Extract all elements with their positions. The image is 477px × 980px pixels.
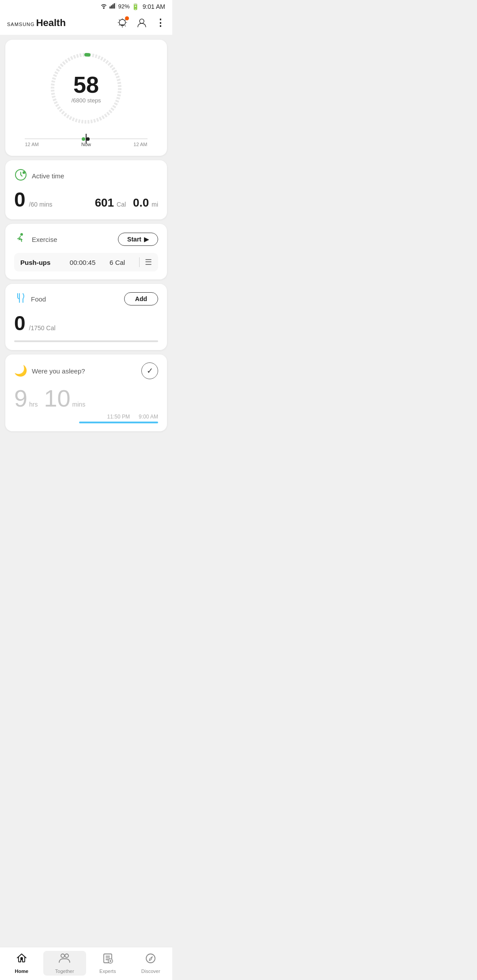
svg-rect-2 xyxy=(112,4,113,9)
battery-icon: 🔋 xyxy=(132,3,139,10)
sleep-end-time: 9:00 AM xyxy=(139,414,158,420)
wifi-icon xyxy=(100,3,108,10)
exercise-calories: 6 Cal xyxy=(110,259,125,266)
check-button[interactable]: ✓ xyxy=(141,362,158,379)
profile-button[interactable] xyxy=(136,17,148,29)
notification-dot xyxy=(125,16,129,20)
exercise-icon xyxy=(14,232,27,247)
active-time-title: Active time xyxy=(32,172,64,180)
food-goal-unit: /1750 Cal xyxy=(29,324,56,332)
svg-rect-0 xyxy=(110,7,110,9)
svg-rect-4 xyxy=(115,3,116,9)
svg-rect-3 xyxy=(114,3,114,8)
logo-health: Health xyxy=(36,17,66,29)
food-title: Food xyxy=(31,295,46,303)
exercise-row[interactable]: Push-ups 00:00:45 6 Cal ☰ xyxy=(14,253,158,271)
svg-point-11 xyxy=(20,233,23,236)
distance-unit: mi xyxy=(151,201,158,208)
steps-ring[interactable]: 58 /6800 steps xyxy=(46,49,126,128)
exercise-name: Push-ups xyxy=(20,259,56,266)
food-progress-bar xyxy=(14,340,158,342)
timeline-end: 12 AM xyxy=(133,142,147,147)
logo-samsung: SAMSUNG xyxy=(7,22,35,27)
sleep-question: Were you asleep? xyxy=(32,367,85,375)
sleep-start-time: 11:50 PM xyxy=(107,414,130,420)
sleep-mins-label: mins xyxy=(72,401,86,408)
exercise-list-icon[interactable]: ☰ xyxy=(139,257,152,267)
start-button[interactable]: Start ▶ xyxy=(118,233,158,246)
steps-card: 58 /6800 steps 12 AM Now 12 AM xyxy=(5,40,167,156)
signal-icon xyxy=(110,3,117,10)
active-time-unit: /60 mins xyxy=(29,201,53,208)
svg-rect-1 xyxy=(111,5,112,8)
sleep-hours: 9 xyxy=(14,384,27,412)
food-value: 0 xyxy=(14,311,26,335)
timeline: 12 AM Now 12 AM xyxy=(25,135,147,149)
app-logo: SAMSUNG Health xyxy=(7,17,66,29)
svg-point-10 xyxy=(23,171,25,174)
timeline-start: 12 AM xyxy=(25,142,38,147)
exercise-card: Exercise Start ▶ Push-ups 00:00:45 6 Cal… xyxy=(5,224,167,279)
more-options-button[interactable]: ⋮ xyxy=(155,17,165,29)
food-card: Food Add 0 /1750 Cal xyxy=(5,284,167,350)
active-time-card[interactable]: Active time 0 /60 mins 601 Cal 0.0 mi xyxy=(5,160,167,219)
sleep-bar xyxy=(79,422,158,423)
calories-unit: Cal xyxy=(117,201,126,208)
steps-count: 58 xyxy=(71,73,101,96)
app-header: SAMSUNG Health ⋮ xyxy=(0,13,172,35)
sleep-icon: 🌙 xyxy=(14,365,27,377)
lightbulb-button[interactable] xyxy=(117,17,128,29)
battery-percent: 92% xyxy=(118,3,130,10)
calories-value: 601 xyxy=(95,196,114,210)
svg-point-6 xyxy=(140,19,144,23)
sleep-card: 🌙 Were you asleep? ✓ 9 hrs 10 mins 11:50… xyxy=(5,354,167,431)
exercise-duration: 00:00:45 xyxy=(70,259,95,266)
exercise-title: Exercise xyxy=(32,236,57,243)
active-time-value: 0 xyxy=(14,188,26,211)
add-food-button[interactable]: Add xyxy=(124,292,158,305)
sleep-hrs-label: hrs xyxy=(29,401,38,408)
status-bar: 92% 🔋 9:01 AM xyxy=(0,0,172,13)
sleep-minutes: 10 xyxy=(44,384,71,412)
food-icon xyxy=(14,292,26,306)
active-time-icon xyxy=(14,168,27,183)
steps-goal: /6800 steps xyxy=(71,97,101,104)
distance-value: 0.0 xyxy=(133,196,149,210)
time-display: 9:01 AM xyxy=(143,3,165,10)
